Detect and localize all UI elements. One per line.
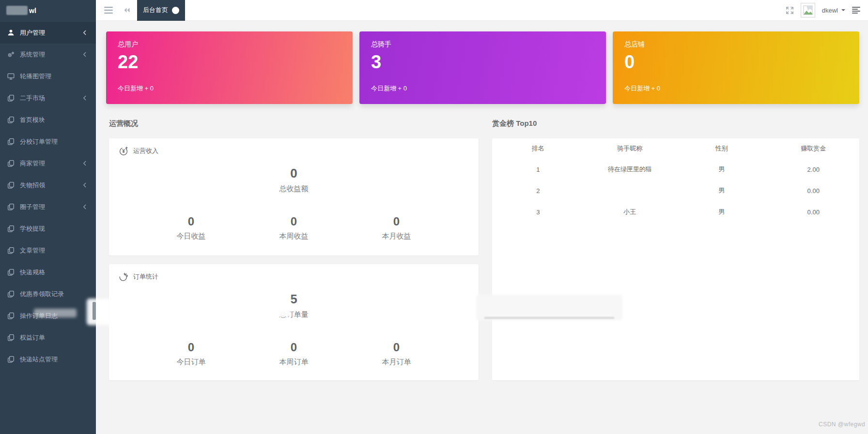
cell-rank: 2 xyxy=(492,180,584,201)
sidebar-item-home-modules[interactable]: 首页模块 xyxy=(0,109,96,131)
orders-stat-month: 0 本月订单 xyxy=(345,342,448,367)
logo-text: wl xyxy=(29,7,36,15)
sidebar-item-merchant-management[interactable]: 商家管理 xyxy=(0,152,96,174)
col-header-rank: 排名 xyxy=(492,138,584,159)
bounty-table: 排名 骑手昵称 性别 赚取赏金 1 待在绿匣里的猫 男 2.00 xyxy=(492,138,859,223)
section-title-bounty: 赏金榜 Top10 xyxy=(492,120,859,127)
sidebar-item-label: 系统管理 xyxy=(20,50,83,59)
sidebar-item-label: 圈子管理 xyxy=(20,203,83,211)
col-header-gender: 性别 xyxy=(676,138,768,159)
bounty-column: 赏金榜 Top10 排名 骑手昵称 性别 赚取赏金 xyxy=(492,120,859,380)
yen-circle-icon xyxy=(119,146,128,156)
copy-icon xyxy=(7,203,15,210)
income-panel-header: 运营收入 xyxy=(109,138,479,156)
sidebar-item-express-station-management[interactable]: 快递站点管理 xyxy=(0,348,96,370)
cell-gender: 男 xyxy=(676,159,768,180)
orders-panel-title: 订单统计 xyxy=(133,272,158,281)
copy-icon xyxy=(7,290,15,298)
copy-icon xyxy=(7,160,15,167)
collapse-tabs-icon[interactable] xyxy=(123,7,130,13)
stat-sub: 今日新增 + 0 xyxy=(624,84,848,93)
sidebar-item-branch-order-management[interactable]: 分校订单管理 xyxy=(0,131,96,152)
chevron-left-icon xyxy=(83,52,86,57)
sidebar-item-label: 用户管理 xyxy=(20,29,83,37)
sidebar-scrollbar[interactable] xyxy=(93,302,96,320)
admin-dashboard: wl 用户管理 系统管理 轮播图管理 二手市场 xyxy=(0,0,868,434)
sidebar-item-label: 快递规格 xyxy=(20,268,86,277)
sidebar-item-express-specs[interactable]: 快递规格 xyxy=(0,261,96,283)
copy-icon xyxy=(7,116,15,123)
stat-label: 本月订单 xyxy=(345,358,448,367)
copy-icon xyxy=(7,247,15,254)
operations-column: 运营概况 运营收入 0 总收益额 0 今日收益 xyxy=(109,120,479,380)
user-menu[interactable]: dkewl xyxy=(822,7,845,14)
sidebar-item-label: 快递站点管理 xyxy=(20,355,86,364)
income-panel-title: 运营收入 xyxy=(133,147,158,155)
copy-icon xyxy=(7,138,15,145)
income-stat-today: 0 今日收益 xyxy=(140,216,243,241)
sidebar-item-label: 权益订单 xyxy=(20,333,86,342)
stat-card-total-shops: 总店铺 0 今日新增 + 0 xyxy=(613,31,859,104)
topbar-right: dkewl xyxy=(786,3,868,17)
topbar: 后台首页 dkewl xyxy=(96,0,868,21)
stat-label: 本周收益 xyxy=(243,232,345,241)
menu-toggle-icon[interactable] xyxy=(104,7,113,14)
orders-panel-header: 订单统计 xyxy=(109,264,479,282)
pie-chart-icon xyxy=(119,272,128,282)
sidebar-item-coupon-claim-records[interactable]: 优惠券领取记录 xyxy=(0,283,96,305)
sidebar-item-article-management[interactable]: 文章管理 xyxy=(0,239,96,261)
orders-stats-row: 0 今日订单 0 本周订单 0 本月订单 xyxy=(109,342,479,367)
cell-rank: 1 xyxy=(492,159,584,180)
stat-value: 0 xyxy=(140,342,243,353)
chevron-left-icon xyxy=(83,95,86,101)
main-content: 总用户 22 今日新增 + 0 总骑手 3 今日新增 + 0 总店铺 0 今日新… xyxy=(96,21,868,434)
sidebar-item-school-withdrawal[interactable]: 学校提现 xyxy=(0,218,96,239)
sidebar-item-user-management[interactable]: 用户管理 xyxy=(0,22,96,44)
theme-panel-icon[interactable] xyxy=(852,7,860,14)
sidebar-item-circle-management[interactable]: 圈子管理 xyxy=(0,196,96,218)
chevron-left-icon xyxy=(83,161,86,166)
tab-dashboard[interactable]: 后台首页 xyxy=(137,0,185,21)
copy-icon xyxy=(7,269,15,276)
cell-amount: 0.00 xyxy=(768,201,860,223)
sidebar-item-order-operation-log[interactable]: 操作订单日志 xyxy=(0,305,96,327)
stat-label: 今日收益 xyxy=(140,232,243,241)
tab-label: 后台首页 xyxy=(143,6,168,15)
censor-blur xyxy=(6,6,28,15)
income-stat-week: 0 本周收益 xyxy=(243,216,345,241)
monitor-icon xyxy=(7,73,15,80)
sidebar-item-label: 文章管理 xyxy=(20,246,86,255)
fullscreen-icon[interactable] xyxy=(786,6,794,15)
col-header-amount: 赚取赏金 xyxy=(768,138,860,159)
table-row[interactable]: 3 小王 男 0.00 xyxy=(492,201,859,223)
tab-close-icon[interactable] xyxy=(172,7,179,14)
cogs-icon xyxy=(7,51,15,58)
avatar[interactable] xyxy=(801,3,815,17)
sidebar-item-label: 首页模块 xyxy=(20,116,86,124)
sidebar-item-carousel-management[interactable]: 轮播图管理 xyxy=(0,65,96,87)
sidebar-item-system-management[interactable]: 系统管理 xyxy=(0,44,96,65)
stat-value: 22 xyxy=(118,51,341,73)
table-header-row: 排名 骑手昵称 性别 赚取赏金 xyxy=(492,138,859,159)
sidebar-item-lost-and-found[interactable]: 失物招领 xyxy=(0,174,96,196)
sidebar: wl 用户管理 系统管理 轮播图管理 二手市场 xyxy=(0,0,96,434)
stat-value: 0 xyxy=(345,342,448,353)
sidebar-item-benefit-orders[interactable]: 权益订单 xyxy=(0,327,96,348)
stat-card-total-riders: 总骑手 3 今日新增 + 0 xyxy=(359,31,606,104)
cell-amount: 2.00 xyxy=(768,159,860,180)
table-row[interactable]: 1 待在绿匣里的猫 男 2.00 xyxy=(492,159,859,180)
orders-total-label: 总订单量 xyxy=(109,310,479,319)
chevron-left-icon xyxy=(83,204,86,210)
broken-image-icon xyxy=(803,5,813,15)
stat-value: 0 xyxy=(243,216,345,227)
sidebar-item-secondhand-market[interactable]: 二手市场 xyxy=(0,87,96,109)
watermark: CSDN @wfegwd xyxy=(819,421,865,428)
cell-nickname: 待在绿匣里的猫 xyxy=(584,159,676,180)
copy-icon xyxy=(7,94,15,102)
table-row[interactable]: 2 男 0.00 xyxy=(492,180,859,201)
stat-card-total-users: 总用户 22 今日新增 + 0 xyxy=(106,31,353,104)
copy-icon xyxy=(7,181,15,189)
stat-value: 0 xyxy=(243,342,345,353)
copy-icon xyxy=(7,225,15,232)
stat-label: 今日订单 xyxy=(140,358,243,367)
